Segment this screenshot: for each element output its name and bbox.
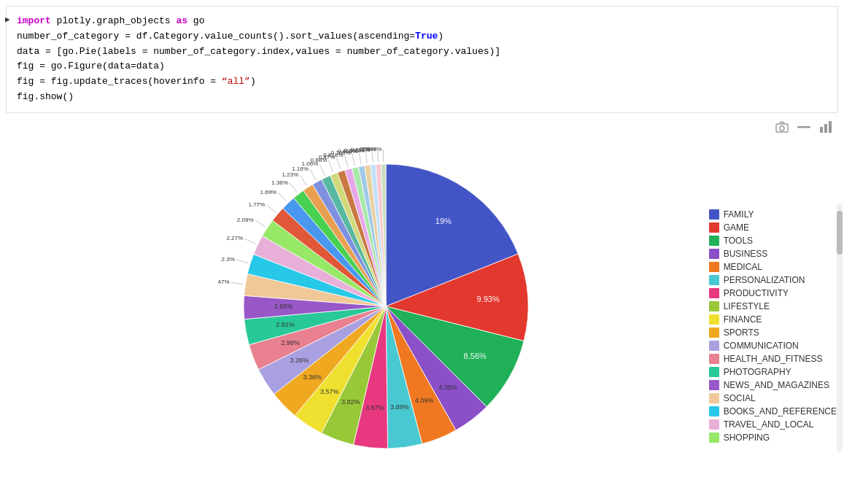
- legend-item[interactable]: FINANCE: [709, 314, 837, 325]
- pie-label-small: 1.23%: [282, 171, 298, 178]
- legend-item[interactable]: GAME: [709, 222, 837, 233]
- legend-label: LIFESTYLE: [724, 301, 770, 311]
- pie-label-small: 1.36%: [271, 179, 288, 185]
- svg-line-7: [236, 260, 247, 263]
- legend-item[interactable]: PERSONALIZATION: [709, 275, 837, 285]
- legend-swatch: [709, 222, 719, 233]
- legend-label: BUSINESS: [724, 249, 768, 259]
- pie-label: 3.89%: [390, 403, 409, 411]
- legend-scrollbar[interactable]: [837, 203, 843, 451]
- legend-label: TRAVEL_AND_LOCAL: [724, 419, 814, 430]
- pie-label: 3.57%: [320, 387, 339, 395]
- legend-swatch: [709, 380, 719, 390]
- legend-swatch: [709, 433, 719, 443]
- code-line: fig = go.Figure(data=data): [17, 59, 827, 74]
- pie-label: 3.82%: [341, 398, 360, 406]
- legend-item[interactable]: MEDICAL: [709, 262, 837, 272]
- svg-line-15: [320, 164, 325, 175]
- code-cell: ▶ import plotly.graph_objects as gonumbe…: [6, 6, 838, 113]
- svg-line-10: [266, 205, 276, 213]
- legend-item[interactable]: SPORTS: [709, 327, 837, 338]
- legend-item[interactable]: FAMILY: [709, 209, 837, 220]
- svg-line-18: [344, 155, 347, 166]
- legend-label: MEDICAL: [724, 262, 762, 272]
- legend-item[interactable]: TRAVEL_AND_LOCAL: [709, 419, 837, 430]
- legend-label: GAME: [724, 222, 749, 233]
- code-line: import plotly.graph_objects as go: [17, 14, 827, 29]
- legend-item[interactable]: TOOLS: [709, 236, 837, 246]
- legend-item[interactable]: COMMUNICATION: [709, 341, 837, 351]
- chart-legend: FAMILYGAMETOOLSBUSINESSMEDICALPERSONALIZ…: [709, 209, 837, 443]
- legend-label: COMMUNICATION: [724, 341, 799, 351]
- legend-item[interactable]: HEALTH_AND_FITNESS: [709, 354, 837, 364]
- pie-label: 2.91%: [276, 321, 295, 328]
- svg-line-13: [300, 175, 306, 185]
- legend-swatch: [709, 354, 719, 364]
- code-line: number_of_category = df.Category.value_c…: [17, 29, 827, 44]
- pie-label-small: 2.47%: [218, 279, 230, 285]
- chart-area: 19%9.93%8.56%4.35%4.09%3.89%3.87%3.82%3.…: [0, 113, 844, 492]
- pie-label: 9.93%: [476, 294, 499, 303]
- pie-chart: 19%9.93%8.56%4.35%4.09%3.89%3.87%3.82%3.…: [218, 135, 627, 470]
- legend-swatch: [709, 406, 719, 416]
- legend-item[interactable]: BOOKS_AND_REFERENCE: [709, 406, 837, 416]
- legend-item[interactable]: SOCIAL: [709, 393, 837, 403]
- legend-item[interactable]: NEWS_AND_MAGAZINES: [709, 380, 837, 390]
- legend-swatch: [709, 236, 719, 246]
- legend-swatch: [709, 249, 719, 259]
- svg-line-16: [328, 160, 333, 172]
- pie-label: 2.98%: [281, 339, 300, 346]
- legend-item[interactable]: SHOPPING: [709, 433, 837, 443]
- legend-label: FINANCE: [724, 314, 762, 325]
- legend-label: SPORTS: [724, 327, 759, 338]
- legend-swatch: [709, 341, 719, 351]
- svg-line-12: [289, 182, 296, 192]
- svg-line-9: [255, 220, 265, 226]
- legend-label: TOOLS: [724, 236, 753, 246]
- legend-item[interactable]: PHOTOGRAPHY: [709, 367, 837, 377]
- legend-swatch: [709, 327, 719, 338]
- legend-label: FAMILY: [724, 209, 754, 220]
- svg-line-14: [309, 169, 315, 180]
- legend-label: SOCIAL: [724, 393, 756, 403]
- svg-line-6: [231, 282, 243, 284]
- svg-line-19: [352, 153, 355, 166]
- pie-label: 19%: [435, 217, 451, 225]
- svg-line-11: [278, 193, 287, 201]
- pie-label-small: 1.77%: [248, 201, 265, 208]
- pie-label-small: 2.09%: [236, 216, 253, 222]
- legend-label: PHOTOGRAPHY: [724, 367, 791, 377]
- legend-label: SHOPPING: [724, 433, 770, 443]
- run-arrow[interactable]: ▶: [5, 14, 10, 27]
- pie-label: 3.26%: [290, 357, 309, 364]
- code-line: data = [go.Pie(labels = number_of_catego…: [17, 44, 827, 60]
- pie-label: 3.87%: [365, 404, 384, 411]
- legend-swatch: [709, 209, 719, 220]
- pie-label-small: 2.27%: [226, 235, 243, 241]
- legend-swatch: [709, 393, 719, 403]
- pie-label-small: 0.549%: [362, 146, 382, 152]
- code-line: fig.show(): [17, 90, 827, 105]
- pie-label: 4.09%: [415, 397, 434, 404]
- legend-label: NEWS_AND_MAGAZINES: [724, 380, 829, 390]
- pie-label: 2.65%: [274, 303, 293, 310]
- code-line: fig = fig.update_traces(hoverinfo = “all…: [17, 74, 827, 90]
- legend-label: BOOKS_AND_REFERENCE: [724, 406, 837, 416]
- pie-label-small: 1.69%: [260, 189, 276, 195]
- legend-item[interactable]: LIFESTYLE: [709, 301, 837, 311]
- legend-swatch: [709, 275, 719, 285]
- pie-label-small: 2.3%: [221, 256, 234, 263]
- legend-item[interactable]: PRODUCTIVITY: [709, 288, 837, 298]
- legend-swatch: [709, 367, 719, 377]
- legend-label: HEALTH_AND_FITNESS: [724, 354, 823, 364]
- legend-label: PRODUCTIVITY: [724, 288, 789, 298]
- legend-swatch: [709, 419, 719, 430]
- legend-swatch: [709, 314, 719, 325]
- pie-label: 4.35%: [438, 384, 457, 391]
- pie-label: 8.56%: [463, 352, 486, 360]
- legend-item[interactable]: BUSINESS: [709, 249, 837, 259]
- legend-scrollbar-thumb[interactable]: [837, 211, 843, 255]
- svg-line-17: [336, 158, 340, 169]
- legend-swatch: [709, 301, 719, 311]
- svg-line-8: [244, 239, 255, 244]
